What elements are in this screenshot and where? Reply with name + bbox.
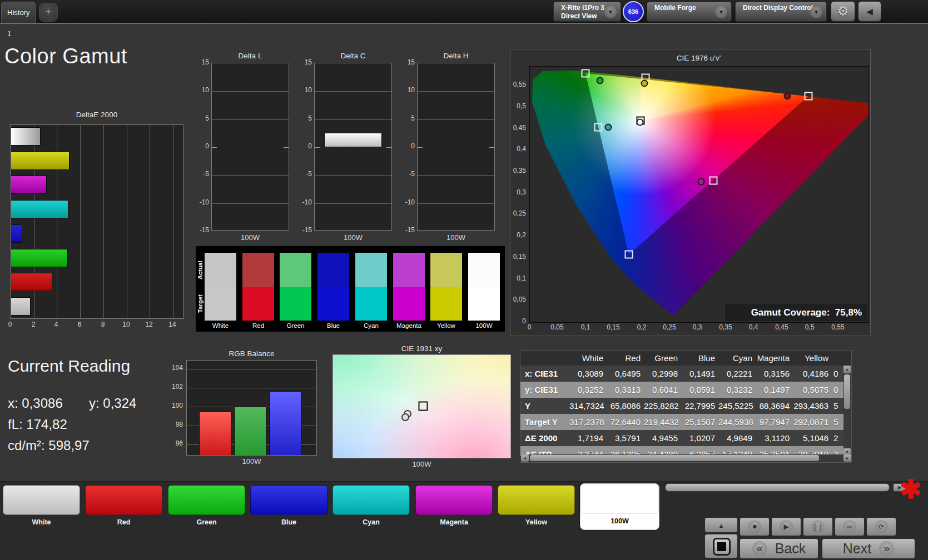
table-cell: 5,1046 bbox=[793, 430, 832, 446]
measured-point-red bbox=[784, 93, 791, 100]
swatch-label: Green bbox=[277, 322, 314, 329]
y-tick-label: -10 bbox=[403, 198, 415, 206]
patch-label: Green bbox=[168, 518, 245, 526]
delta-x-label: 100W bbox=[314, 233, 392, 242]
swatch-label: Cyan bbox=[353, 322, 390, 329]
patch-swatch-100w bbox=[580, 484, 659, 514]
measured-point-cyan bbox=[605, 124, 612, 131]
table-row: y: CIE310,32520,33130,60410,05910,32320,… bbox=[520, 382, 845, 398]
y-tick-label: 98 bbox=[168, 421, 183, 428]
swatch-label: White bbox=[202, 322, 239, 329]
table-cell: 5 bbox=[832, 398, 845, 414]
actual-swatch-cyan bbox=[355, 253, 387, 287]
patch-swatch-white bbox=[3, 485, 80, 515]
x-tick-label: 0,55 bbox=[828, 323, 848, 331]
collapse-panel-icon[interactable]: ◀ bbox=[858, 1, 881, 22]
scroll-right-icon[interactable]: ► bbox=[843, 454, 851, 462]
measured-point-magenta bbox=[698, 178, 705, 186]
cie1931-title: CIE 1931 xy bbox=[333, 344, 511, 353]
next-chevrons-icon: » bbox=[879, 541, 894, 556]
table-header-cell: Red bbox=[607, 351, 644, 366]
bottom-scrollbar-track[interactable] bbox=[665, 483, 890, 492]
table-cell: 22,7995 bbox=[681, 398, 718, 414]
pattern-window-button[interactable] bbox=[704, 534, 738, 558]
back-label: Back bbox=[775, 541, 806, 557]
cie1976-y-axis: 0,550,50,450,40,350,30,250,20,150,10,050 bbox=[510, 66, 528, 322]
y-tick-label: 0,5 bbox=[510, 102, 526, 110]
y-tick-label: 0,05 bbox=[510, 296, 526, 303]
y-tick-label: 10 bbox=[403, 86, 415, 94]
patch-button-cyan[interactable]: Cyan bbox=[333, 485, 410, 528]
back-button[interactable]: « Back bbox=[740, 538, 818, 559]
play-button[interactable]: ▶ bbox=[771, 517, 801, 536]
patch-button-blue[interactable]: Blue bbox=[250, 485, 327, 528]
rgb-bar-blue bbox=[269, 391, 301, 456]
row-label: ΔE 2000 bbox=[520, 430, 569, 446]
table-cell: 1,0207 bbox=[681, 430, 718, 446]
y-tick-label: -15 bbox=[403, 226, 415, 234]
y-tick-label: -5 bbox=[300, 170, 312, 178]
x-tick-label: 0 bbox=[4, 321, 16, 328]
device-name: Direct Display Control bbox=[743, 4, 813, 12]
patch-button-green[interactable]: Green bbox=[168, 485, 245, 528]
meter-status-stripe bbox=[555, 3, 558, 20]
next-button[interactable]: Next » bbox=[822, 538, 915, 559]
target-swatch-green bbox=[280, 287, 311, 321]
add-tab-button[interactable]: + bbox=[39, 3, 58, 22]
stop-button[interactable]: ■ bbox=[740, 517, 770, 536]
delta-chart-title: Delta C bbox=[314, 52, 392, 60]
continuous-button[interactable]: ∞ bbox=[835, 517, 865, 536]
measurement-table: WhiteRedGreenBlueCyanMagentaYellow x: CI… bbox=[520, 350, 852, 463]
table-hscrollbar[interactable]: ◄ ► bbox=[521, 454, 851, 462]
y-tick-label: -5 bbox=[403, 170, 415, 178]
table-cell: 0,5075 bbox=[793, 382, 832, 398]
patch-swatch-red bbox=[85, 485, 162, 515]
swatch-label: 100W bbox=[465, 322, 503, 329]
y-tick-label: -15 bbox=[197, 226, 209, 234]
rgb-bar-green bbox=[234, 407, 266, 456]
meter-count-badge: 636 bbox=[623, 1, 644, 22]
target-swatch-blue bbox=[317, 287, 349, 321]
patch-label: Red bbox=[85, 518, 162, 526]
table-row: Y314,732465,8086225,828222,7995245,52258… bbox=[520, 398, 845, 414]
gridline bbox=[418, 203, 494, 204]
continuous-icon: ∞ bbox=[843, 520, 856, 533]
pattern-window-up-button[interactable]: ▲ bbox=[704, 517, 738, 533]
patch-button-100w[interactable]: 100W bbox=[580, 483, 659, 530]
source-dropdown[interactable]: Mobile Forge ▼ bbox=[647, 2, 732, 22]
table-cell: 25,1507 bbox=[681, 414, 718, 430]
patch-button-magenta[interactable]: Magenta bbox=[415, 485, 493, 528]
delta-chart-title: Delta H bbox=[417, 52, 495, 60]
scroll-up-icon[interactable]: ▲ bbox=[843, 366, 851, 373]
patch-label: Cyan bbox=[333, 518, 410, 526]
scroll-left-icon[interactable]: ◄ bbox=[521, 454, 529, 462]
patch-button-yellow[interactable]: Yellow bbox=[498, 485, 575, 528]
table-vscrollbar[interactable]: ▲ ▼ bbox=[843, 366, 851, 456]
table-cell: 0,2998 bbox=[644, 366, 681, 382]
table-header-cell: Blue bbox=[681, 351, 718, 366]
vscroll-thumb[interactable] bbox=[844, 374, 850, 409]
gear-icon[interactable]: ⚙ bbox=[831, 1, 855, 22]
deltae-bar-yellow bbox=[11, 152, 70, 170]
table-cell: 4,9849 bbox=[718, 430, 756, 446]
table-cell: 245,5225 bbox=[718, 398, 756, 414]
x-tick-label: 0,4 bbox=[743, 323, 763, 331]
y-tick-label: 0,2 bbox=[510, 231, 526, 239]
hscroll-thumb[interactable] bbox=[530, 455, 819, 461]
y-tick-label: 5 bbox=[300, 114, 312, 122]
meter-dropdown[interactable]: X-Rite i1Pro 3 Direct View ▼ bbox=[553, 2, 621, 22]
meter-name: X-Rite i1Pro 3 bbox=[561, 4, 604, 12]
refresh-button[interactable]: ⟳ bbox=[866, 517, 896, 536]
patch-button-white[interactable]: White bbox=[3, 485, 80, 528]
gamut-coverage: Gamut Coverage: 75,8% bbox=[725, 304, 867, 321]
zero-tick bbox=[284, 147, 289, 148]
y-tick-label: 5 bbox=[403, 114, 415, 122]
table-cell: 0,3252 bbox=[569, 382, 607, 398]
device-dropdown[interactable]: Direct Display Control ▼ bbox=[735, 2, 827, 22]
patch-button-red[interactable]: Red bbox=[85, 485, 162, 528]
y-tick-label: 5 bbox=[197, 114, 209, 122]
history-tab[interactable]: History 1 bbox=[1, 2, 36, 23]
single-measure-button[interactable]: [–] bbox=[803, 517, 833, 536]
table-cell: 4,9455 bbox=[644, 430, 681, 446]
y-tick-label: 15 bbox=[197, 58, 209, 66]
